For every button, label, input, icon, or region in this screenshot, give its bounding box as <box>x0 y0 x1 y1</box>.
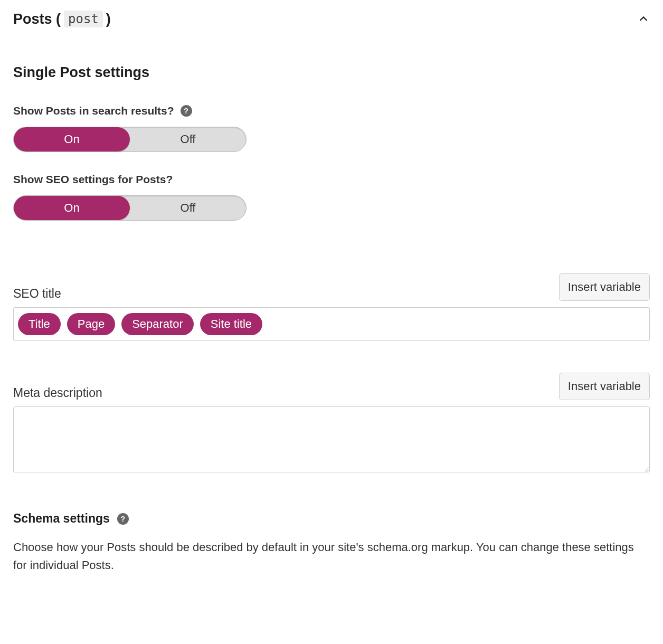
show-in-search-off[interactable]: Off <box>130 127 246 151</box>
meta-description-input[interactable] <box>13 406 650 472</box>
show-in-search-toggle: On Off <box>13 127 247 152</box>
show-seo-off[interactable]: Off <box>130 196 246 220</box>
schema-description: Choose how your Posts should be describe… <box>13 538 650 574</box>
title-prefix: Posts ( <box>13 11 61 27</box>
meta-description-label: Meta description <box>13 386 102 400</box>
seo-title-section: SEO title Insert variable TitlePageSepar… <box>13 273 650 341</box>
section-heading: Single Post settings <box>13 64 650 81</box>
variable-chip[interactable]: Separator <box>121 313 194 335</box>
insert-variable-button[interactable]: Insert variable <box>559 273 650 301</box>
panel-header: Posts ( post ) <box>13 11 650 27</box>
meta-description-section: Meta description Insert variable <box>13 373 650 475</box>
show-seo-label: Show SEO settings for Posts? <box>13 173 650 186</box>
seo-title-label: SEO title <box>13 287 61 301</box>
title-code: post <box>64 11 103 27</box>
title-suffix: ) <box>106 11 111 27</box>
show-seo-on[interactable]: On <box>14 196 130 220</box>
schema-heading: Schema settings ? <box>13 512 650 526</box>
panel-title: Posts ( post ) <box>13 11 111 27</box>
variable-chip[interactable]: Page <box>67 313 115 335</box>
variable-chip[interactable]: Title <box>18 313 61 335</box>
schema-section: Schema settings ? Choose how your Posts … <box>13 512 650 574</box>
seo-title-input[interactable]: TitlePageSeparatorSite title <box>13 307 650 341</box>
show-seo-toggle: On Off <box>13 195 247 221</box>
collapse-toggle[interactable] <box>637 13 650 25</box>
show-in-search-label: Show Posts in search results? ? <box>13 105 650 117</box>
chevron-up-icon <box>638 13 649 25</box>
insert-variable-button[interactable]: Insert variable <box>559 373 650 400</box>
help-icon[interactable]: ? <box>117 513 129 525</box>
show-in-search-on[interactable]: On <box>14 127 130 151</box>
variable-chip[interactable]: Site title <box>200 313 262 335</box>
help-icon[interactable]: ? <box>181 105 192 117</box>
